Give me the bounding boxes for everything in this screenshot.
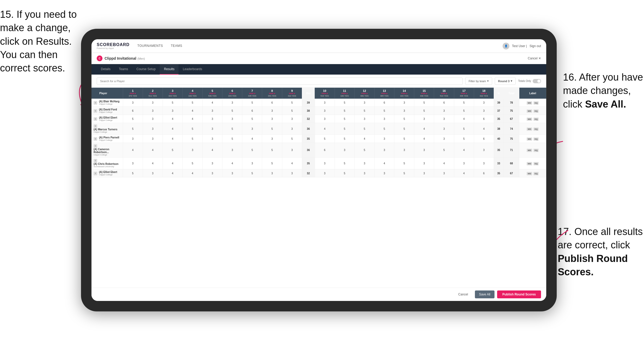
score-front-8[interactable]: 3	[262, 135, 282, 143]
score-back-17[interactable]: 5	[454, 107, 474, 115]
score-back-14[interactable]: 3	[394, 99, 414, 107]
score-front-1[interactable]: 3	[123, 99, 143, 107]
score-front-4[interactable]: 5	[182, 158, 202, 169]
score-back-17[interactable]: 4	[454, 169, 474, 177]
score-back-18[interactable]: 3	[474, 158, 494, 169]
score-front-8[interactable]: 6	[262, 99, 282, 107]
dq-button[interactable]: DQ	[533, 101, 539, 105]
score-front-9[interactable]: 5	[282, 107, 302, 115]
score-back-10[interactable]: 3	[315, 115, 335, 123]
score-front-4[interactable]: 5	[182, 123, 202, 135]
score-front-5[interactable]: 3	[203, 123, 222, 135]
score-back-17[interactable]: 3	[454, 158, 474, 169]
score-front-3[interactable]: 4	[163, 135, 182, 143]
score-front-1[interactable]: 5	[123, 115, 143, 123]
score-front-2[interactable]: 3	[143, 107, 163, 115]
score-back-11[interactable]: 5	[335, 135, 354, 143]
score-front-2[interactable]: 4	[143, 143, 163, 158]
nav-teams[interactable]: TEAMS	[171, 43, 182, 49]
score-back-16[interactable]: 3	[434, 169, 454, 177]
score-front-9[interactable]: 5	[282, 135, 302, 143]
score-front-8[interactable]: 3	[262, 169, 282, 177]
wd-button[interactable]: WD	[527, 162, 532, 165]
score-front-3[interactable]: 5	[163, 143, 182, 158]
tab-course-setup[interactable]: Course Setup	[132, 64, 160, 75]
wd-button[interactable]: WD	[527, 172, 532, 175]
score-front-4[interactable]: 4	[182, 107, 202, 115]
dq-button[interactable]: DQ	[533, 172, 539, 175]
score-front-5[interactable]: 4	[203, 143, 222, 158]
score-back-16[interactable]: 3	[434, 115, 454, 123]
wd-button[interactable]: WD	[527, 149, 532, 152]
score-front-5[interactable]: 3	[203, 135, 222, 143]
score-back-13[interactable]: 3	[375, 135, 394, 143]
score-front-7[interactable]: 5	[242, 169, 262, 177]
score-back-13[interactable]: 3	[375, 143, 394, 158]
score-back-10[interactable]: 6	[315, 143, 335, 158]
wd-button[interactable]: WD	[527, 109, 532, 113]
score-front-6[interactable]: 5	[222, 123, 242, 135]
wd-button[interactable]: WD	[527, 137, 532, 141]
scores-table-container[interactable]: Player 1PAR:4370 YDS 2PAR:5511 YDS 3PAR:…	[91, 88, 546, 288]
score-back-15[interactable]: 3	[414, 169, 434, 177]
score-back-15[interactable]: 3	[414, 115, 434, 123]
score-back-10[interactable]: 3	[315, 158, 335, 169]
score-back-17[interactable]: 5	[454, 135, 474, 143]
score-back-13[interactable]: 3	[375, 169, 394, 177]
score-front-2[interactable]: 3	[143, 99, 163, 107]
score-back-11[interactable]: 5	[335, 169, 354, 177]
score-front-4[interactable]: 5	[182, 99, 202, 107]
cancel-tournament-button[interactable]: Cancel ✕	[528, 57, 541, 60]
score-back-18[interactable]: 6	[474, 169, 494, 177]
score-back-12[interactable]: 5	[354, 143, 374, 158]
score-back-16[interactable]: 6	[434, 99, 454, 107]
score-back-12[interactable]: 5	[354, 107, 374, 115]
tab-results[interactable]: Results	[160, 64, 179, 75]
score-front-3[interactable]: 4	[163, 115, 182, 123]
score-front-5[interactable]: 3	[203, 158, 222, 169]
score-front-8[interactable]: 3	[262, 107, 282, 115]
sign-out-link[interactable]: Sign out	[530, 44, 541, 48]
score-back-14[interactable]: 5	[394, 158, 414, 169]
score-front-9[interactable]: 3	[282, 115, 302, 123]
score-front-5[interactable]: 3	[203, 115, 222, 123]
score-back-18[interactable]: 3	[474, 99, 494, 107]
score-back-10[interactable]: 3	[315, 107, 335, 115]
score-back-15[interactable]: 4	[414, 123, 434, 135]
score-front-1[interactable]: 4	[123, 143, 143, 158]
score-back-14[interactable]: 5	[394, 169, 414, 177]
score-back-15[interactable]: 3	[414, 143, 434, 158]
score-back-18[interactable]: 3	[474, 143, 494, 158]
nav-tournaments[interactable]: TOURNAMENTS	[137, 43, 163, 49]
save-all-button[interactable]: Save All	[475, 290, 494, 298]
score-back-14[interactable]: 3	[394, 143, 414, 158]
score-front-7[interactable]: 5	[242, 115, 262, 123]
filter-by-team-dropdown[interactable]: Filter by team ▾	[465, 77, 492, 85]
score-back-11[interactable]: 5	[335, 115, 354, 123]
score-back-10[interactable]: 5	[315, 135, 335, 143]
score-front-6[interactable]: 3	[222, 143, 242, 158]
score-front-6[interactable]: 5	[222, 107, 242, 115]
score-back-12[interactable]: 3	[354, 115, 374, 123]
score-back-13[interactable]: 5	[375, 123, 394, 135]
score-back-12[interactable]: 3	[354, 99, 374, 107]
score-front-2[interactable]: 4	[143, 158, 163, 169]
dq-button[interactable]: DQ	[533, 137, 539, 141]
score-front-4[interactable]: 3	[182, 143, 202, 158]
publish-round-scores-button[interactable]: Publish Round Scores	[497, 290, 541, 298]
totals-only-toggle[interactable]	[533, 79, 541, 83]
tab-leaderboards[interactable]: Leaderboards	[179, 64, 206, 75]
tab-teams[interactable]: Teams	[115, 64, 132, 75]
tab-details[interactable]: Details	[97, 64, 115, 75]
score-back-11[interactable]: 3	[335, 143, 354, 158]
score-back-14[interactable]: 3	[394, 107, 414, 115]
dq-button[interactable]: DQ	[533, 117, 539, 121]
score-back-11[interactable]: 5	[335, 107, 354, 115]
score-back-16[interactable]: 3	[434, 123, 454, 135]
score-front-1[interactable]: 3	[123, 135, 143, 143]
score-front-9[interactable]: 3	[282, 143, 302, 158]
score-back-10[interactable]: 3	[315, 99, 335, 107]
score-front-4[interactable]: 4	[182, 115, 202, 123]
score-back-12[interactable]: 5	[354, 123, 374, 135]
score-back-15[interactable]: 5	[414, 99, 434, 107]
